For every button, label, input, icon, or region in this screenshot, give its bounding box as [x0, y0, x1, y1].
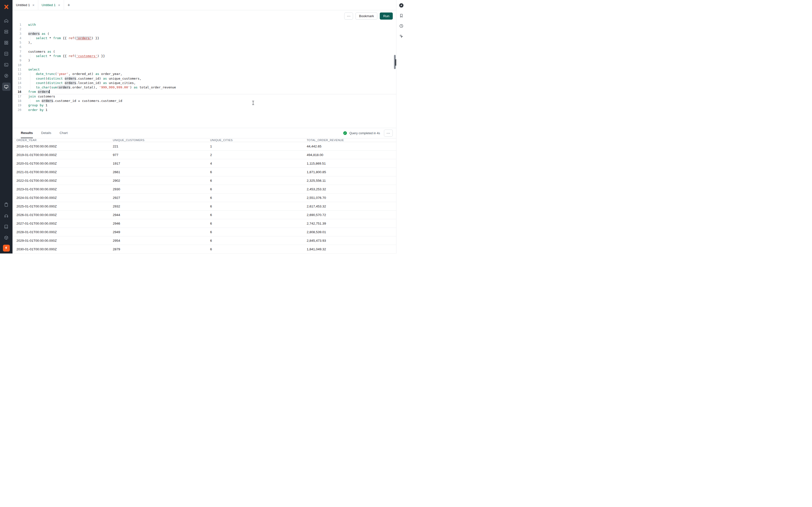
sidebar-item-integrations[interactable]: [2, 233, 10, 242]
table-row[interactable]: 2022-01-01T00:00:00.000Z290262,325,556.1…: [12, 176, 396, 185]
table-row[interactable]: 2025-01-01T00:00:00.000Z293262,617,453.3…: [12, 202, 396, 211]
table-row[interactable]: 2029-01-01T00:00:00.000Z295462,845,473.9…: [12, 236, 396, 245]
line-number: 3: [12, 32, 25, 36]
table-header-row: ORDER_YEARUNIQUE_CUSTOMERSUNIQUE_CITIEST…: [12, 138, 396, 142]
code-line[interactable]: 16from orders: [12, 90, 396, 94]
sidebar-item-terminal[interactable]: [2, 60, 10, 69]
status-check-icon: ✓: [343, 131, 347, 135]
user-avatar[interactable]: [3, 245, 10, 251]
code-line[interactable]: 4 select * from {{ ref('orders') }}: [12, 36, 396, 41]
run-button[interactable]: Run: [380, 12, 393, 19]
code-text: count(distinct orders.customer_id) as un…: [28, 76, 142, 81]
sidebar-item-studio[interactable]: [2, 82, 10, 91]
column-header[interactable]: UNIQUE_CUSTOMERS: [113, 138, 210, 142]
right-sidebar: [396, 0, 406, 253]
compass-icon: [4, 73, 9, 78]
code-line[interactable]: 19group by 1: [12, 103, 396, 108]
table-row[interactable]: 2030-01-01T00:00:00.000Z287961,841,049.3…: [12, 245, 396, 253]
code-line[interactable]: 20order by 1: [12, 108, 396, 112]
app-logo[interactable]: [0, 0, 12, 14]
code-line[interactable]: 1with: [12, 22, 396, 27]
table-row[interactable]: 2019-01-01T00:00:00.000Z9772494,818.00: [12, 151, 396, 159]
main-area: Untitled 1×Untitled 1× + ⋯ Bookmark Run …: [12, 0, 396, 253]
table-row[interactable]: 2018-01-01T00:00:00.000Z221144,442.65: [12, 142, 396, 151]
grid-icon: [4, 41, 9, 45]
column-header[interactable]: TOTAL_ORDER_REVENUE: [307, 138, 396, 142]
sidebar-item-code[interactable]: [2, 50, 10, 58]
table-row[interactable]: 2021-01-01T00:00:00.000Z266161,871,800.8…: [12, 168, 396, 176]
code-text: customers as (: [28, 50, 55, 54]
code-line[interactable]: 7customers as (: [12, 50, 396, 54]
code-text: on orders.customer_id = customers.custom…: [28, 99, 122, 103]
code-line[interactable]: 5),: [12, 41, 396, 45]
line-number: 10: [12, 63, 25, 67]
tab-close-icon[interactable]: ×: [32, 3, 35, 7]
line-number: 2: [12, 27, 25, 31]
brand-x-icon: [3, 4, 9, 10]
code-line[interactable]: 14 count(distinct orders.location_id) as…: [12, 81, 396, 85]
results-tabs: ResultsDetailsChart: [12, 128, 68, 138]
sidebar-item-apps[interactable]: [2, 39, 10, 47]
table-row[interactable]: 2027-01-01T00:00:00.000Z294662,742,751.3…: [12, 219, 396, 228]
clipboard-icon: [4, 202, 9, 207]
sidebar-item-explore[interactable]: [2, 71, 10, 80]
code-line[interactable]: 18 on orders.customer_id = customers.cus…: [12, 99, 396, 103]
line-number: 14: [12, 81, 25, 85]
tab-label: Untitled 1: [16, 3, 30, 7]
tab-close-icon[interactable]: ×: [58, 3, 60, 7]
table-row[interactable]: 2020-01-01T00:00:00.000Z191741,115,869.5…: [12, 159, 396, 168]
sidebar-item-support[interactable]: [2, 211, 10, 220]
code-line[interactable]: 12 date_trunc('year', ordered_at) as ord…: [12, 72, 396, 76]
code-line[interactable]: 9): [12, 58, 396, 63]
column-header[interactable]: ORDER_YEAR: [16, 138, 113, 142]
code-text: to_char(sum(orders.order_total), '999,99…: [28, 85, 176, 90]
table-cell: 6: [210, 239, 307, 242]
code-line[interactable]: 6: [12, 45, 396, 49]
table-row[interactable]: 2024-01-01T00:00:00.000Z292762,551,076.7…: [12, 193, 396, 202]
code-line[interactable]: 13 count(distinct orders.customer_id) as…: [12, 76, 396, 81]
code-line[interactable]: 10: [12, 63, 396, 67]
rightbar-item-copilot[interactable]: [398, 2, 405, 9]
sidebar-item-changelog[interactable]: [2, 200, 10, 209]
rightbar-item-bookmarks[interactable]: [398, 12, 405, 19]
results-more-button[interactable]: ⋯: [384, 129, 393, 137]
table-row[interactable]: 2023-01-01T00:00:00.000Z293062,453,253.3…: [12, 185, 396, 193]
table-cell: 2932: [113, 205, 210, 208]
results-tab-results[interactable]: Results: [21, 128, 33, 138]
code-line[interactable]: 3orders as (: [12, 32, 396, 36]
more-options-button[interactable]: ⋯: [344, 12, 353, 19]
new-tab-button[interactable]: +: [64, 0, 74, 10]
code-text: select * from {{ ref('customers') }}: [28, 54, 105, 58]
table-row[interactable]: 2028-01-01T00:00:00.000Z294962,808,539.0…: [12, 228, 396, 236]
rightbar-item-selector[interactable]: [398, 33, 405, 40]
code-line[interactable]: 8 select * from {{ ref('customers') }}: [12, 54, 396, 58]
results-tab-details[interactable]: Details: [41, 128, 51, 138]
code-line[interactable]: 15 to_char(sum(orders.order_total), '999…: [12, 85, 396, 90]
code-line[interactable]: 17join customers: [12, 94, 396, 99]
sql-editor[interactable]: 1with23orders as (4 select * from {{ ref…: [12, 22, 396, 128]
sidebar-item-data[interactable]: [2, 27, 10, 36]
table-cell: 2018-01-01T00:00:00.000Z: [16, 145, 113, 148]
table-cell: 2949: [113, 230, 210, 234]
sidebar-item-home[interactable]: [2, 16, 10, 25]
table-cell: 6: [210, 230, 307, 234]
line-number: 7: [12, 50, 25, 54]
table-cell: 1: [210, 145, 307, 148]
column-header[interactable]: UNIQUE_CITIES: [210, 138, 307, 142]
code-text: orders as (: [28, 32, 49, 36]
rightbar-item-history[interactable]: [398, 22, 405, 30]
table-cell: 2879: [113, 247, 210, 251]
table-cell: 2028-01-01T00:00:00.000Z: [16, 230, 113, 234]
editor-tab[interactable]: Untitled 1×: [38, 0, 64, 10]
sidebar-item-docs[interactable]: [2, 222, 10, 231]
avatar-glyph-icon: [4, 246, 8, 250]
code-text: group by 1: [28, 103, 47, 108]
code-line[interactable]: 11select: [12, 67, 396, 72]
table-cell: 1917: [113, 162, 210, 165]
bookmark-button[interactable]: Bookmark: [355, 12, 377, 19]
table-row[interactable]: 2026-01-01T00:00:00.000Z294462,690,570.7…: [12, 211, 396, 219]
code-text: ),: [28, 41, 32, 45]
code-line[interactable]: 2: [12, 27, 396, 31]
results-tab-chart[interactable]: Chart: [60, 128, 68, 138]
editor-tab[interactable]: Untitled 1×: [12, 0, 38, 10]
